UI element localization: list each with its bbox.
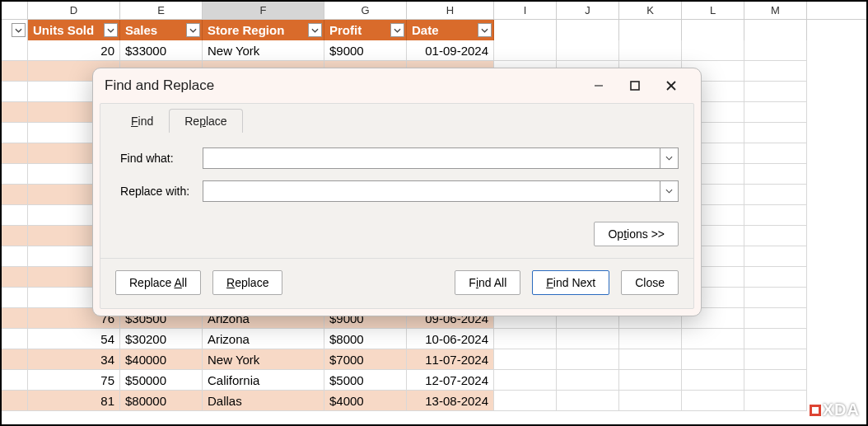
cell-sales[interactable]: $80000 — [120, 391, 203, 411]
cell-blank[interactable] — [744, 40, 807, 61]
cell-blank[interactable] — [494, 349, 557, 370]
tab-find[interactable]: Find — [115, 109, 169, 133]
cell-stub[interactable] — [2, 329, 28, 349]
cell-blank[interactable] — [682, 329, 744, 349]
cell-blank[interactable] — [557, 40, 619, 61]
cell-blank[interactable] — [744, 205, 807, 226]
cell-profit[interactable]: $8000 — [324, 329, 407, 349]
dialog-titlebar[interactable]: Find and Replace — [93, 68, 701, 103]
cell-blank[interactable] — [744, 329, 807, 349]
cell-units[interactable]: 20 — [28, 40, 120, 61]
cell-stub[interactable] — [2, 82, 28, 102]
cell-blank[interactable] — [557, 349, 619, 370]
cell-blank[interactable] — [619, 40, 682, 61]
cell-stub[interactable] — [2, 164, 28, 185]
cell-blank[interactable] — [619, 349, 682, 370]
filter-button[interactable] — [390, 23, 404, 37]
replace-with-input[interactable] — [203, 181, 660, 201]
cell-stub[interactable] — [2, 226, 28, 246]
col-letter-M[interactable]: M — [744, 2, 807, 19]
cell-blank[interactable] — [494, 40, 557, 61]
find-all-button[interactable]: Find All — [455, 270, 520, 295]
cell-stub[interactable] — [2, 370, 28, 391]
cell-stub[interactable] — [2, 267, 28, 288]
cell-blank[interactable] — [682, 370, 744, 391]
cell-sales[interactable]: $30200 — [120, 329, 203, 349]
cell-profit[interactable]: $5000 — [324, 370, 407, 391]
cell-units[interactable]: 81 — [28, 391, 120, 411]
header-date[interactable]: Date — [407, 20, 494, 40]
col-letter-G[interactable]: G — [324, 2, 407, 19]
cell-blank[interactable] — [619, 370, 682, 391]
table-row[interactable]: 54$30200Arizona$800010-06-2024 — [2, 329, 866, 349]
cell-blank[interactable] — [744, 288, 807, 308]
cell-stub[interactable] — [2, 185, 28, 205]
cell-stub[interactable] — [2, 349, 28, 370]
cell-blank[interactable] — [619, 391, 682, 411]
minimize-button[interactable] — [581, 73, 617, 98]
cell-stub[interactable] — [2, 102, 28, 123]
header-units-sold[interactable]: Units Sold — [28, 20, 120, 40]
cell-region[interactable]: New York — [203, 349, 324, 370]
cell-blank[interactable] — [619, 329, 682, 349]
cell-sales[interactable]: $50000 — [120, 370, 203, 391]
header-sales[interactable]: Sales — [120, 20, 203, 40]
close-dialog-button[interactable]: Close — [621, 270, 679, 295]
cell-blank[interactable] — [494, 329, 557, 349]
cell-blank[interactable] — [494, 391, 557, 411]
cell-blank[interactable] — [744, 185, 807, 205]
cell-units[interactable]: 54 — [28, 329, 120, 349]
cell-stub[interactable] — [2, 61, 28, 82]
cell-blank[interactable] — [744, 246, 807, 267]
cell-blank[interactable] — [744, 308, 807, 329]
chevron-down-icon[interactable] — [660, 181, 678, 201]
filter-button[interactable] — [308, 23, 322, 37]
cell-date[interactable]: 12-07-2024 — [407, 370, 494, 391]
cell-date[interactable]: 11-07-2024 — [407, 349, 494, 370]
cell-units[interactable]: 75 — [28, 370, 120, 391]
cell-blank[interactable] — [744, 391, 807, 411]
cell-blank[interactable] — [744, 61, 807, 82]
col-letter-J[interactable]: J — [557, 2, 619, 19]
col-letter-D[interactable]: D — [28, 2, 120, 19]
col-letter-I[interactable]: I — [494, 2, 557, 19]
col-letter-F[interactable]: F — [203, 2, 324, 19]
table-row[interactable]: 81$80000Dallas$400013-08-2024 — [2, 391, 866, 411]
close-button[interactable] — [653, 73, 689, 98]
cell-region[interactable]: New York — [203, 40, 324, 61]
cell-stub[interactable] — [2, 391, 28, 411]
cell-blank[interactable] — [682, 40, 744, 61]
cell-stub[interactable] — [2, 123, 28, 143]
cell-date[interactable]: 10-06-2024 — [407, 329, 494, 349]
find-next-button[interactable]: Find Next — [532, 270, 609, 295]
cell-blank[interactable] — [557, 370, 619, 391]
cell-region[interactable]: Arizona — [203, 329, 324, 349]
cell-blank[interactable] — [744, 164, 807, 185]
cell-date[interactable]: 13-08-2024 — [407, 391, 494, 411]
replace-button[interactable]: Replace — [212, 270, 282, 295]
cell-stub[interactable] — [2, 308, 28, 329]
replace-with-combo[interactable] — [203, 180, 679, 202]
options-button[interactable]: Options >> — [594, 222, 679, 246]
cell-units[interactable]: 34 — [28, 349, 120, 370]
cell-profit[interactable]: $9000 — [324, 40, 407, 61]
find-what-combo[interactable] — [203, 147, 679, 169]
cell-blank[interactable] — [744, 143, 807, 164]
cell-profit[interactable]: $7000 — [324, 349, 407, 370]
chevron-down-icon[interactable] — [660, 148, 678, 168]
table-row[interactable]: 20$33000New York$900001-09-2024 — [2, 40, 866, 61]
cell-stub[interactable] — [2, 288, 28, 308]
cell-sales[interactable]: $40000 — [120, 349, 203, 370]
filter-button[interactable] — [12, 23, 26, 37]
cell-stub[interactable] — [2, 143, 28, 164]
replace-all-button[interactable]: Replace All — [115, 270, 201, 295]
cell-blank[interactable] — [744, 102, 807, 123]
col-letter-L[interactable]: L — [682, 2, 744, 19]
cell-stub[interactable] — [2, 246, 28, 267]
table-row[interactable]: 75$50000California$500012-07-2024 — [2, 370, 866, 391]
cell-blank[interactable] — [744, 82, 807, 102]
cell-sales[interactable]: $33000 — [120, 40, 203, 61]
cell-blank[interactable] — [682, 391, 744, 411]
cell-blank[interactable] — [744, 349, 807, 370]
cell-stub[interactable] — [2, 40, 28, 61]
